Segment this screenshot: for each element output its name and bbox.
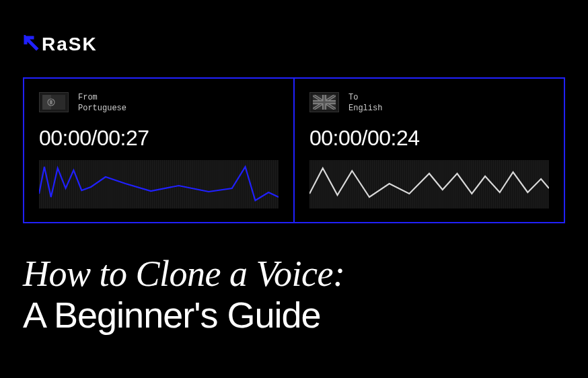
brand-name: RaSK	[42, 34, 98, 55]
title-line-1: How to Clone a Voice:	[23, 254, 565, 294]
svg-rect-8	[324, 95, 326, 110]
source-panel: From Portuguese 00:00/00:27	[24, 79, 295, 222]
page-title: How to Clone a Voice: A Beginner's Guide	[23, 254, 565, 336]
svg-rect-3	[50, 100, 52, 104]
language-name: Portuguese	[78, 103, 126, 114]
portugal-flag-icon	[39, 92, 69, 112]
brand-logo: RaSK	[23, 34, 98, 55]
direction-label: From	[78, 92, 126, 103]
translation-panels: From Portuguese 00:00/00:27	[23, 77, 565, 223]
direction-label: To	[348, 92, 382, 103]
logo-arrow-icon	[23, 35, 39, 54]
target-waveform	[309, 160, 549, 209]
target-panel: To English 00:00/00:24	[295, 79, 564, 222]
title-line-2: A Beginner's Guide	[23, 294, 565, 336]
target-time: 00:00/00:24	[309, 126, 549, 151]
language-name: English	[348, 103, 382, 114]
source-waveform	[39, 160, 279, 209]
source-lang-labels: From Portuguese	[78, 92, 126, 114]
target-lang-row: To English	[309, 92, 549, 114]
source-time: 00:00/00:27	[39, 126, 279, 151]
uk-flag-icon	[309, 92, 339, 112]
target-lang-labels: To English	[348, 92, 382, 114]
source-lang-row: From Portuguese	[39, 92, 279, 114]
